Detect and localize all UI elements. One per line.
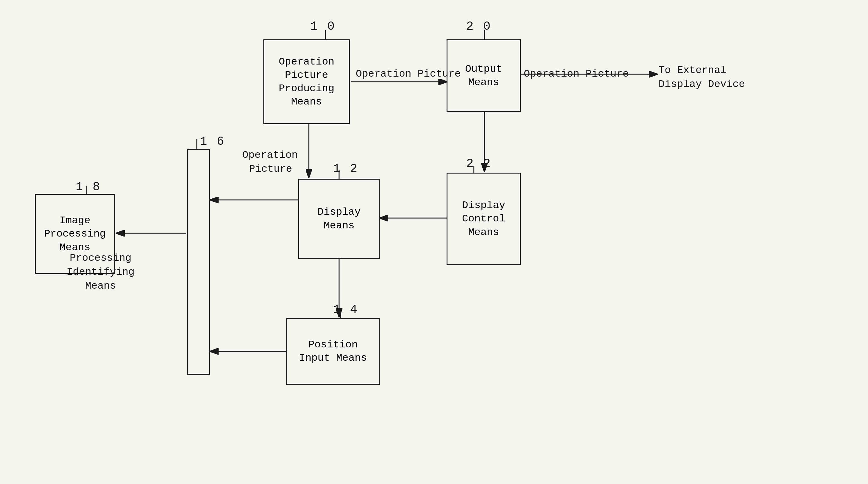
box-display-means: DisplayMeans: [298, 179, 380, 259]
box-position-input-means: PositionInput Means: [286, 318, 380, 385]
ref-num-14: 1 4: [333, 303, 359, 316]
ref-num-10: 1 0: [310, 20, 336, 33]
label-operation-picture-2: OperationPicture: [242, 148, 292, 176]
box-display-control-means: DisplayControlMeans: [446, 173, 521, 265]
ref-num-20: 2 0: [466, 20, 492, 33]
label-to-external-display: To ExternalDisplay Device: [658, 64, 745, 91]
ref-num-12: 1 2: [333, 162, 359, 176]
label-operation-picture-3: Operation Picture: [524, 68, 629, 80]
box-processing-identifying-means: [187, 149, 210, 375]
ref-num-22: 2 2: [466, 157, 492, 171]
box-operation-picture-producing-means: OperationPictureProducingMeans: [264, 39, 350, 124]
label-processing-identifying-means: ProcessingIdentifyingMeans: [67, 251, 134, 293]
ref-num-18: 1 8: [76, 180, 101, 194]
label-operation-picture-1: Operation Picture: [356, 68, 461, 80]
diagram-container: OperationPictureProducingMeans OutputMea…: [0, 0, 868, 484]
ref-num-16: 1 6: [200, 135, 225, 148]
